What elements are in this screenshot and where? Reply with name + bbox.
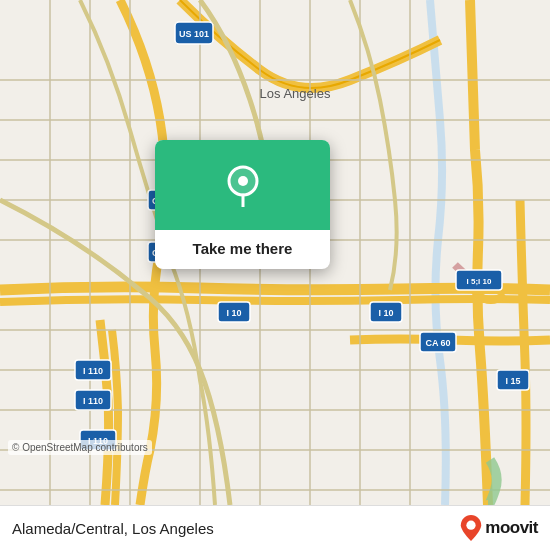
- svg-text:I 10: I 10: [378, 308, 393, 318]
- svg-text:I 110: I 110: [83, 366, 103, 376]
- popup-green-header: [155, 140, 330, 230]
- bottom-bar: Alameda/Central, Los Angeles moovit: [0, 505, 550, 550]
- take-me-there-button[interactable]: Take me there: [179, 230, 307, 269]
- svg-text:I 110: I 110: [83, 396, 103, 406]
- svg-point-45: [467, 521, 476, 530]
- svg-text:Los Angeles: Los Angeles: [260, 86, 331, 101]
- svg-text:I 5;I 10: I 5;I 10: [467, 277, 492, 286]
- map-container: US 101 CA 110 CA 110 I 10 I 10 I 5;I 10 …: [0, 0, 550, 505]
- popup-card[interactable]: Take me there: [155, 140, 330, 269]
- svg-text:CA 60: CA 60: [425, 338, 450, 348]
- svg-point-44: [229, 167, 257, 195]
- location-pin-icon: [221, 163, 265, 207]
- moovit-logo: moovit: [460, 515, 538, 541]
- moovit-pin-icon: [460, 515, 482, 541]
- svg-text:I 15: I 15: [505, 376, 520, 386]
- location-title: Alameda/Central, Los Angeles: [12, 520, 452, 537]
- copyright-text: © OpenStreetMap contributors: [8, 440, 152, 455]
- svg-text:US 101: US 101: [179, 29, 209, 39]
- svg-text:I 10: I 10: [226, 308, 241, 318]
- moovit-brand-text: moovit: [485, 518, 538, 538]
